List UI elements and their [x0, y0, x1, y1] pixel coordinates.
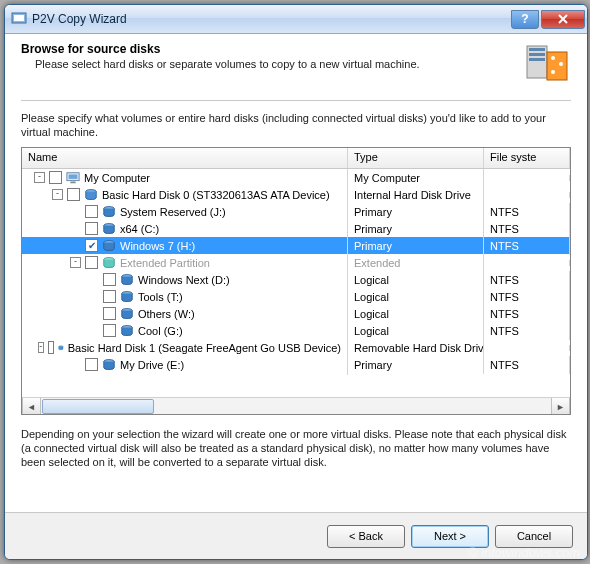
tree-row[interactable]: ✔Windows 7 (H:)PrimaryNTFS — [22, 237, 570, 254]
row-type: Extended — [348, 254, 484, 272]
row-label: Others (W:) — [138, 308, 195, 320]
scroll-right-icon[interactable]: ► — [551, 398, 570, 415]
tree-row[interactable]: Cool (G:)LogicalNTFS — [22, 322, 570, 339]
row-type: Logical — [348, 305, 484, 323]
row-label: Extended Partition — [120, 257, 210, 269]
row-type: Primary — [348, 220, 484, 238]
app-icon — [11, 11, 27, 27]
checkbox[interactable] — [85, 205, 98, 218]
row-label: x64 (C:) — [120, 223, 159, 235]
checkbox[interactable] — [85, 358, 98, 371]
row-type: Primary — [348, 356, 484, 374]
row-label: Windows 7 (H:) — [120, 240, 195, 252]
tree-row[interactable]: -My ComputerMy Computer — [22, 169, 570, 186]
row-fs — [484, 192, 570, 198]
row-fs — [484, 260, 570, 266]
header-subtitle: Please select hard disks or separate vol… — [35, 58, 515, 70]
tree-row[interactable]: My Drive (E:)PrimaryNTFS — [22, 356, 570, 373]
row-fs: NTFS — [484, 203, 570, 221]
watermark: © intowindows.com — [468, 545, 580, 560]
titlebar: P2V Copy Wizard ? — [5, 5, 587, 34]
row-type: Removable Hard Disk Drive — [348, 339, 484, 357]
row-label: Basic Hard Disk 1 (Seagate FreeAgent Go … — [68, 342, 341, 354]
row-fs: NTFS — [484, 322, 570, 340]
row-fs: NTFS — [484, 305, 570, 323]
row-fs: NTFS — [484, 220, 570, 238]
header-title: Browse for source disks — [21, 42, 515, 56]
tree-row[interactable]: System Reserved (J:)PrimaryNTFS — [22, 203, 570, 220]
checkbox[interactable] — [103, 290, 116, 303]
h-scrollbar[interactable]: ◄ ► — [22, 397, 570, 415]
tree-row[interactable]: Others (W:)LogicalNTFS — [22, 305, 570, 322]
col-name[interactable]: Name — [22, 148, 348, 168]
tree-row[interactable]: -Basic Hard Disk 1 (Seagate FreeAgent Go… — [22, 339, 570, 356]
row-type: Logical — [348, 322, 484, 340]
checkbox[interactable] — [67, 188, 80, 201]
tree-row[interactable]: Tools (T:)LogicalNTFS — [22, 288, 570, 305]
col-type[interactable]: Type — [348, 148, 484, 168]
svg-rect-1 — [14, 15, 24, 21]
checkbox[interactable]: ✔ — [85, 239, 98, 252]
tree-row[interactable]: -Extended PartitionExtended — [22, 254, 570, 271]
scroll-thumb[interactable] — [42, 399, 154, 414]
expand-toggle[interactable]: - — [52, 189, 63, 200]
row-fs — [484, 175, 570, 181]
disk-browse-icon — [523, 42, 571, 90]
checkbox[interactable] — [49, 171, 62, 184]
scroll-left-icon[interactable]: ◄ — [22, 398, 41, 415]
svg-rect-5 — [529, 58, 545, 61]
tree-body[interactable]: -My ComputerMy Computer-Basic Hard Disk … — [22, 169, 570, 397]
row-label: Cool (G:) — [138, 325, 183, 337]
divider — [21, 100, 571, 101]
svg-rect-6 — [547, 52, 567, 80]
row-type: Internal Hard Disk Drive — [348, 186, 484, 204]
checkbox[interactable] — [85, 256, 98, 269]
content-area: Browse for source disks Please select ha… — [5, 34, 587, 469]
disk-tree: Name Type File syste -My ComputerMy Comp… — [21, 147, 571, 415]
expand-toggle[interactable]: - — [38, 342, 44, 353]
close-icon — [558, 14, 568, 24]
svg-rect-11 — [69, 174, 78, 178]
row-type: My Computer — [348, 169, 484, 187]
instruction-text: Please specify what volumes or entire ha… — [21, 111, 571, 139]
back-button[interactable]: < Back — [327, 525, 405, 548]
row-fs: NTFS — [484, 237, 570, 255]
tree-row[interactable]: x64 (C:)PrimaryNTFS — [22, 220, 570, 237]
row-type: Logical — [348, 271, 484, 289]
tree-row[interactable]: Windows Next (D:)LogicalNTFS — [22, 271, 570, 288]
close-button[interactable] — [541, 10, 585, 29]
expand-toggle[interactable]: - — [34, 172, 45, 183]
window-title: P2V Copy Wizard — [32, 12, 509, 26]
header-text: Browse for source disks Please select ha… — [21, 42, 515, 70]
help-button[interactable]: ? — [511, 10, 539, 29]
row-label: Windows Next (D:) — [138, 274, 230, 286]
tree-row[interactable]: -Basic Hard Disk 0 (ST3320613AS ATA Devi… — [22, 186, 570, 203]
row-label: My Drive (E:) — [120, 359, 184, 371]
svg-point-9 — [551, 70, 555, 74]
checkbox[interactable] — [85, 222, 98, 235]
row-fs: NTFS — [484, 288, 570, 306]
row-type: Logical — [348, 288, 484, 306]
row-label: System Reserved (J:) — [120, 206, 226, 218]
column-headers: Name Type File syste — [22, 148, 570, 169]
wizard-window: P2V Copy Wizard ? Browse for source disk… — [4, 4, 588, 560]
svg-rect-12 — [70, 181, 75, 183]
footer-note: Depending on your selection the wizard w… — [21, 427, 571, 469]
row-label: Basic Hard Disk 0 (ST3320613AS ATA Devic… — [102, 189, 330, 201]
svg-point-7 — [551, 56, 555, 60]
checkbox[interactable] — [103, 307, 116, 320]
row-label: Tools (T:) — [138, 291, 183, 303]
header: Browse for source disks Please select ha… — [21, 42, 571, 90]
checkbox[interactable] — [48, 341, 55, 354]
svg-rect-4 — [529, 53, 545, 56]
row-label: My Computer — [84, 172, 150, 184]
row-fs: NTFS — [484, 271, 570, 289]
row-type: Primary — [348, 237, 484, 255]
checkbox[interactable] — [103, 273, 116, 286]
row-fs — [484, 345, 570, 351]
expand-toggle[interactable]: - — [70, 257, 81, 268]
checkbox[interactable] — [103, 324, 116, 337]
row-fs: NTFS — [484, 356, 570, 374]
col-filesystem[interactable]: File syste — [484, 148, 570, 168]
svg-point-8 — [559, 62, 563, 66]
